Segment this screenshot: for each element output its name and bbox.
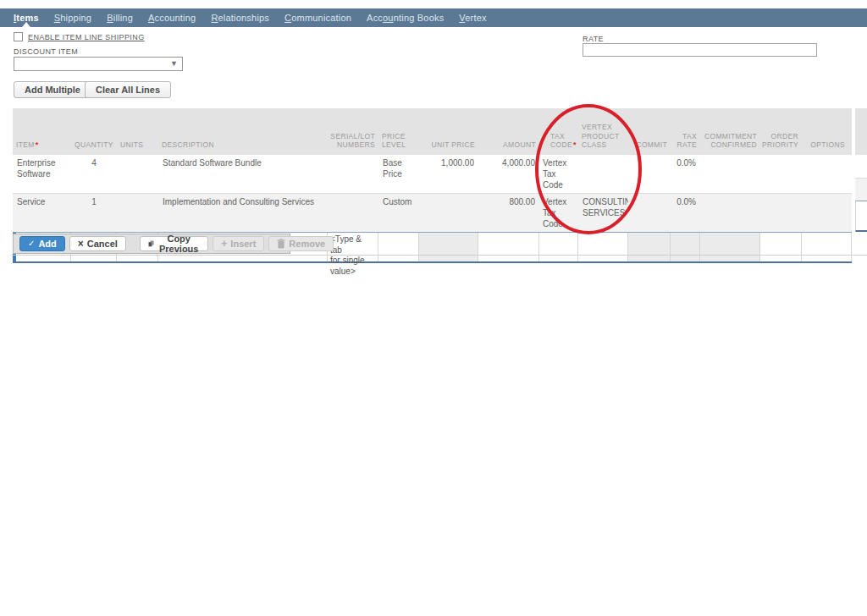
edit-cell-tax-code[interactable] (539, 233, 578, 261)
cell-description: Implementation and Consulting Services (158, 194, 328, 232)
plus-icon: + (221, 239, 227, 249)
x-icon: × (78, 239, 84, 249)
cell-order-priority (760, 155, 802, 193)
cell-commitment-confirmed (700, 194, 760, 232)
cell-tax-rate: 0.0% (671, 194, 700, 232)
sales-order-items-subtab: Items Shipping Billing Accounting Relati… (0, 0, 867, 616)
edit-cell-price-level[interactable] (378, 233, 419, 261)
cell-commit (628, 194, 671, 232)
check-icon: ✓ (28, 239, 35, 248)
enable-item-line-shipping-label: ENABLE ITEM LINE SHIPPING (28, 33, 145, 41)
cell-commitment-confirmed (700, 155, 760, 193)
column-header-commit: COMMIT (628, 108, 671, 155)
column-header-serial-lot-numbers: SERIAL/LOT NUMBERS (328, 108, 378, 155)
add-line-button[interactable]: ✓ Add (19, 236, 65, 251)
column-header-price-level: PRICE LEVEL (378, 108, 419, 155)
column-header-item: ITEM* (13, 108, 71, 155)
column-header-options: OPTIONS (802, 108, 852, 155)
clipped-column-sliver (855, 108, 867, 232)
enable-item-line-shipping-checkbox[interactable] (14, 32, 23, 41)
cell-quantity: 1 (71, 194, 117, 232)
cell-serial-lot (328, 155, 378, 193)
cell-unit-price: 1,000.00 (419, 155, 478, 193)
table-header-row: ITEM* QUANTITY UNITS DESCRIPTION SERIAL/… (13, 108, 852, 155)
cell-price-level: Custom (378, 194, 419, 232)
cell-price-level: Base Price (378, 155, 419, 193)
tab-billing[interactable]: Billing (99, 8, 141, 27)
cell-unit-price (419, 194, 478, 232)
cell-units (117, 194, 158, 232)
tab-items[interactable]: Items (6, 8, 47, 27)
cell-serial-lot (328, 194, 378, 232)
column-header-unit-price: UNIT PRICE (419, 108, 478, 155)
column-header-amount: AMOUNT (478, 108, 539, 155)
column-header-description: DESCRIPTION (158, 108, 328, 155)
cell-tax-rate: 0.0% (671, 155, 700, 193)
column-header-tax-rate: TAX RATE (671, 108, 700, 155)
edit-cell-order-priority[interactable] (760, 233, 802, 261)
rate-input[interactable] (583, 43, 817, 57)
edit-cell-serial-lot[interactable]: <Type & tab for single value> (328, 233, 378, 261)
discount-item-select[interactable]: ▼ (14, 57, 183, 71)
cell-commit (628, 155, 671, 193)
edit-cell-unit-price (419, 233, 478, 261)
cell-order-priority (760, 194, 802, 232)
discount-item-label: DISCOUNT ITEM (14, 47, 78, 56)
enable-item-line-shipping-field: ENABLE ITEM LINE SHIPPING (14, 32, 145, 41)
insert-line-button: + Insert (213, 236, 264, 251)
edit-cell-commit (628, 233, 671, 261)
edit-cell-amount[interactable] (478, 233, 539, 261)
required-marker: * (572, 140, 577, 150)
tab-accounting-books[interactable]: Accounting Books (359, 8, 451, 27)
column-header-order-priority: ORDER PRIORITY (760, 108, 802, 155)
cell-vertex-product-class (578, 155, 628, 193)
table-bottom-border (13, 255, 867, 256)
edit-cell-commitment-confirmed (700, 233, 760, 261)
remove-line-button: Remove (268, 236, 334, 251)
subtab-bar: Items Shipping Billing Accounting Relati… (0, 8, 867, 27)
trash-icon (277, 239, 285, 249)
add-multiple-button[interactable]: Add Multiple (14, 81, 91, 98)
rate-label: RATE (583, 35, 604, 43)
edit-cell-options[interactable] (802, 233, 852, 261)
column-header-commitment-confirmed: COMMITMENT CONFIRMED (700, 108, 760, 155)
cell-item: Enterprise Software (13, 155, 71, 193)
cell-tax-code: Vertex Tax Code (539, 155, 578, 193)
cancel-line-button[interactable]: × Cancel (69, 236, 126, 251)
cell-item: Service (13, 194, 71, 232)
chevron-down-icon: ▼ (170, 60, 178, 68)
column-header-quantity: QUANTITY (71, 108, 117, 155)
active-tab-indicator (22, 22, 30, 27)
clear-all-lines-button[interactable]: Clear All Lines (85, 81, 171, 98)
column-header-units: UNITS (117, 108, 158, 155)
serial-lot-hint: <Type & tab for single value> (328, 233, 378, 278)
line-action-bar: ✓ Add × Cancel Copy Previous + Insert Re… (13, 234, 290, 254)
cell-vertex-product-class: CONSULTING SERVICES (578, 194, 628, 232)
required-marker: * (35, 140, 39, 150)
tab-shipping[interactable]: Shipping (47, 8, 99, 27)
cell-options (802, 194, 852, 232)
copy-icon (148, 239, 154, 249)
tab-accounting[interactable]: Accounting (141, 8, 203, 27)
column-header-vertex-product-class: VERTEX PRODUCT CLASS (578, 108, 628, 155)
cell-units (117, 155, 158, 193)
tab-communication[interactable]: Communication (277, 8, 359, 27)
cell-quantity: 4 (71, 155, 117, 193)
item-row-enterprise-software[interactable]: Enterprise Software 4 Standard Software … (13, 155, 852, 193)
cell-amount: 800.00 (478, 194, 539, 232)
edit-cell-vertex-product-class[interactable] (578, 233, 628, 261)
edit-cell-tax-rate (671, 233, 700, 261)
copy-previous-button[interactable]: Copy Previous (140, 236, 208, 251)
cell-description: Standard Software Bundle (158, 155, 328, 193)
cell-options (802, 155, 852, 193)
cell-tax-code: Vertex Tax Code (539, 194, 578, 232)
cell-amount: 4,000.00 (478, 155, 539, 193)
tab-relationships[interactable]: Relationships (203, 8, 277, 27)
item-row-service[interactable]: Service 1 Implementation and Consulting … (13, 193, 852, 232)
column-header-tax-code: TAX CODE* (539, 108, 578, 155)
tab-vertex[interactable]: Vertex (451, 8, 494, 27)
